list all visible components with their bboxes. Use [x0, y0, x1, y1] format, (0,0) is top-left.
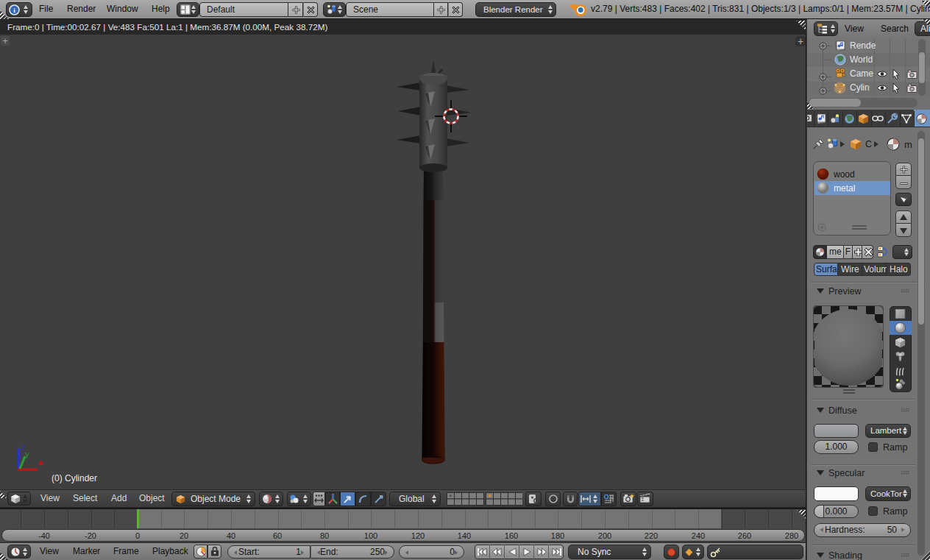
svg-text:y: y [25, 450, 29, 458]
